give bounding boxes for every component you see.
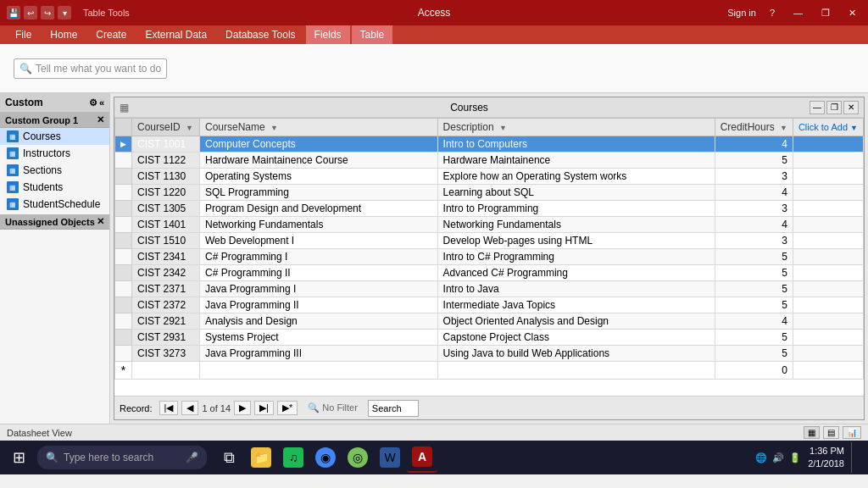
cell-credit-hours[interactable]: 5: [715, 330, 793, 346]
cell-description[interactable]: Develop Web-pages using HTML: [437, 233, 715, 249]
cell-description[interactable]: Intro to Computers: [437, 136, 715, 152]
table-row[interactable]: CIST 1401Networking FundamentalsNetworki…: [115, 217, 864, 233]
minimize-button[interactable]: —: [788, 6, 808, 19]
cell-click-to-add[interactable]: [793, 169, 863, 185]
nav-item-students[interactable]: ▦ Students: [0, 179, 109, 196]
cell-credit-hours[interactable]: 5: [715, 249, 793, 265]
cell-course-name[interactable]: Java Programming III: [200, 346, 438, 362]
nav-item-sections[interactable]: ▦ Sections: [0, 162, 109, 179]
nav-collapse-icon[interactable]: «: [99, 97, 104, 108]
first-record-button[interactable]: |◀: [159, 401, 179, 415]
undo-icon[interactable]: ↩: [24, 6, 37, 19]
volume-icon[interactable]: 🔊: [772, 452, 784, 463]
cell-course-id[interactable]: CIST 2371: [132, 281, 200, 297]
chrome-app[interactable]: ◉: [310, 442, 341, 473]
cell-course-name[interactable]: C# Programming II: [200, 265, 438, 281]
cell-credit-hours[interactable]: 3: [715, 201, 793, 217]
cell-click-to-add[interactable]: [793, 297, 863, 313]
cell-credit-hours[interactable]: 5: [715, 346, 793, 362]
cell-description[interactable]: Networking Fundamentals: [437, 217, 715, 233]
cell-course-id[interactable]: CIST 3273: [132, 346, 200, 362]
cell-click-to-add[interactable]: [793, 330, 863, 346]
clock-display[interactable]: 1:36 PM 2/1/2018: [808, 445, 844, 471]
cell-description[interactable]: Capstone Project Class: [437, 330, 715, 346]
cell-course-id[interactable]: CIST 1401: [132, 217, 200, 233]
table-row[interactable]: CIST 2921Analysis and DesignObject Orien…: [115, 313, 864, 330]
header-course-id[interactable]: CourseID ▼: [132, 119, 200, 136]
cell-course-id[interactable]: CIST 1122: [132, 152, 200, 169]
new-row-credits[interactable]: 0: [715, 362, 793, 380]
cell-credit-hours[interactable]: 4: [715, 185, 793, 201]
cell-description[interactable]: Intro to C# Programming: [437, 249, 715, 265]
new-record-button[interactable]: ▶*: [277, 401, 298, 415]
pivot-chart-button[interactable]: 📊: [843, 426, 861, 439]
table-row[interactable]: CIST 1122Hardware Maintainence CourseHar…: [115, 152, 864, 169]
task-view-button[interactable]: ⧉: [214, 442, 244, 473]
cell-course-id[interactable]: CIST 1001: [132, 136, 200, 152]
cell-course-name[interactable]: Web Development I: [200, 233, 438, 249]
cell-click-to-add[interactable]: [793, 281, 863, 297]
cell-description[interactable]: Intermediate Java Topics: [437, 297, 715, 313]
cell-click-to-add[interactable]: [793, 313, 863, 330]
cell-click-to-add[interactable]: [793, 185, 863, 201]
cell-course-id[interactable]: CIST 1130: [132, 169, 200, 185]
cell-course-name[interactable]: Java Programming I: [200, 281, 438, 297]
table-row[interactable]: CIST 1220SQL ProgrammingLearning about S…: [115, 185, 864, 201]
battery-icon[interactable]: 🔋: [789, 452, 801, 463]
cell-course-id[interactable]: CIST 2342: [132, 265, 200, 281]
cell-description[interactable]: Hardware Maintainence: [437, 152, 715, 169]
cell-credit-hours[interactable]: 4: [715, 217, 793, 233]
table-row[interactable]: CIST 1130Operating SystemsExplore how an…: [115, 169, 864, 185]
cell-course-name[interactable]: Hardware Maintainence Course: [200, 152, 438, 169]
nav-item-studentschedule[interactable]: ▦ StudentSchedule: [0, 196, 109, 213]
table-row[interactable]: CIST 2342C# Programming IIAdvanced C# Pr…: [115, 265, 864, 281]
customize-icon[interactable]: ▾: [58, 6, 71, 19]
cell-course-name[interactable]: Operating Systems: [200, 169, 438, 185]
start-button[interactable]: ⊞: [3, 442, 34, 473]
nav-group1-collapse-icon[interactable]: ✕: [97, 114, 104, 125]
network-icon[interactable]: 🌐: [755, 452, 767, 463]
taskbar-search[interactable]: 🔍 Type here to search 🎤: [37, 446, 207, 469]
cell-description[interactable]: Intro to Programming: [437, 201, 715, 217]
cell-description[interactable]: Advanced C# Programming: [437, 265, 715, 281]
cell-description[interactable]: Intro to Java: [437, 281, 715, 297]
prev-record-button[interactable]: ◀: [181, 401, 198, 415]
nav-configure-icon[interactable]: ⚙: [89, 97, 97, 108]
cell-click-to-add[interactable]: [793, 265, 863, 281]
table-row[interactable]: CIST 1305Program Design and DevelopmentI…: [115, 201, 864, 217]
tab-fields[interactable]: Fields: [306, 25, 350, 44]
help-button[interactable]: ?: [765, 6, 780, 19]
cell-click-to-add[interactable]: [793, 201, 863, 217]
cell-click-to-add[interactable]: [793, 346, 863, 362]
cell-course-name[interactable]: SQL Programming: [200, 185, 438, 201]
header-credit-hours[interactable]: CreditHours ▼: [715, 119, 793, 136]
cell-course-id[interactable]: CIST 2341: [132, 249, 200, 265]
cell-course-name[interactable]: Systems Project: [200, 330, 438, 346]
cell-credit-hours[interactable]: 5: [715, 265, 793, 281]
table-row[interactable]: ▶CIST 1001Computer ConceptsIntro to Comp…: [115, 136, 864, 152]
new-record-row[interactable]: *0: [115, 362, 864, 380]
access-app[interactable]: A: [407, 442, 437, 473]
redo-icon[interactable]: ↪: [41, 6, 54, 19]
tab-external-data[interactable]: External Data: [136, 25, 215, 44]
save-icon[interactable]: 💾: [7, 6, 20, 19]
cell-course-id[interactable]: CIST 1510: [132, 233, 200, 249]
restore-button[interactable]: ❐: [816, 6, 835, 20]
android-app[interactable]: ◎: [342, 442, 373, 473]
cell-course-id[interactable]: CIST 1305: [132, 201, 200, 217]
table-row[interactable]: CIST 2341C# Programming IIntro to C# Pro…: [115, 249, 864, 265]
cell-credit-hours[interactable]: 4: [715, 313, 793, 330]
cell-credit-hours[interactable]: 5: [715, 152, 793, 169]
next-record-button[interactable]: ▶: [234, 401, 251, 415]
datasheet-view-button[interactable]: ▦: [804, 426, 820, 439]
tab-file[interactable]: File: [7, 25, 40, 44]
cell-description[interactable]: Learning about SQL: [437, 185, 715, 201]
pivot-table-button[interactable]: ▤: [823, 426, 839, 439]
header-course-name[interactable]: CourseName ▼: [200, 119, 438, 136]
tell-me-search[interactable]: 🔍 Tell me what you want to do: [14, 58, 167, 79]
table-row[interactable]: CIST 1510Web Development IDevelop Web-pa…: [115, 233, 864, 249]
header-description[interactable]: Description ▼: [437, 119, 715, 136]
cell-click-to-add[interactable]: [793, 152, 863, 169]
table-row[interactable]: CIST 2931Systems ProjectCapstone Project…: [115, 330, 864, 346]
nav-item-courses[interactable]: ▦ Courses: [0, 128, 109, 145]
